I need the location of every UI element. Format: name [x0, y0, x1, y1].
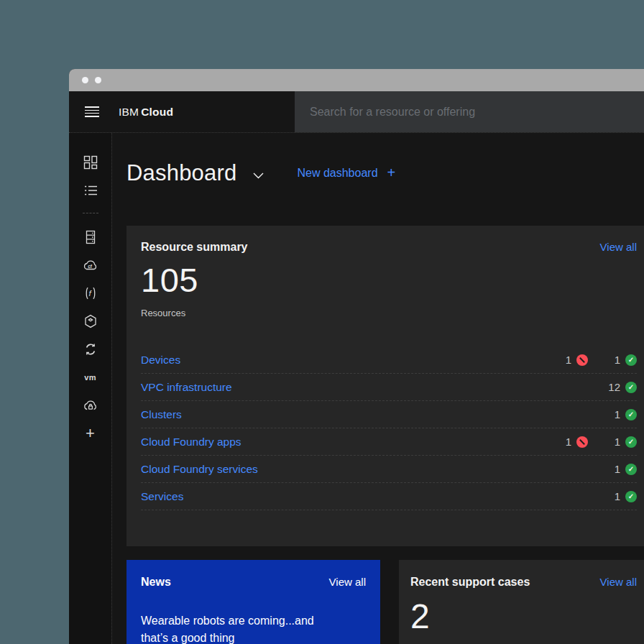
critical-status-icon — [576, 354, 588, 366]
ok-slot: 1 — [588, 408, 637, 420]
chevron-down-icon[interactable] — [253, 172, 264, 179]
recent-support-cases-card: Recent support cases View all 2 — [399, 560, 644, 644]
cloud-foundry-icon[interactable]: cf — [83, 257, 98, 272]
resource-counts: 1 — [539, 490, 637, 502]
news-view-all-link[interactable]: View all — [329, 576, 366, 588]
support-title: Recent support cases — [410, 576, 530, 589]
resource-counts: 1 — [539, 408, 637, 420]
svg-text:f: f — [88, 289, 92, 298]
svg-text:cf: cf — [88, 263, 93, 268]
support-header: Recent support cases View all — [410, 576, 637, 589]
critical-slot: 1 — [539, 436, 588, 448]
ok-count: 12 — [608, 381, 620, 393]
header-search — [295, 91, 644, 132]
header-left: IBMCloud — [69, 91, 295, 132]
resource-link[interactable]: Clusters — [141, 408, 182, 421]
servers-icon[interactable] — [83, 229, 98, 244]
resource-summary-card: Resource summary View all 105 Resources … — [126, 226, 644, 546]
window-control-dot[interactable] — [82, 77, 88, 83]
resource-total-count: 105 — [141, 263, 637, 297]
bottom-cards-row: News View all Wearable robots are coming… — [126, 560, 644, 644]
resource-row: Devices 1 1 — [141, 346, 637, 374]
ok-status-icon — [625, 409, 637, 420]
news-header: News View all — [141, 576, 366, 589]
resource-rows: Devices 1 1 VPC infrastructure 12 — [141, 346, 637, 510]
plus-icon: + — [387, 160, 396, 185]
ok-count: 1 — [615, 490, 620, 502]
resource-counts: 1 1 — [539, 354, 637, 366]
ok-count: 1 — [615, 436, 620, 448]
critical-count: 1 — [566, 436, 571, 448]
news-headline-link[interactable]: Wearable robots are coming...and that’s … — [141, 612, 329, 644]
support-view-all-link[interactable]: View all — [600, 576, 637, 588]
critical-count: 1 — [566, 354, 571, 366]
browser-window: IBMCloud — [69, 69, 644, 644]
resource-total-label: Resources — [141, 308, 637, 318]
ok-status-icon — [625, 464, 637, 475]
page-title-row: Dashboard New dashboard + — [126, 160, 644, 186]
add-icon[interactable]: + — [86, 426, 95, 441]
brand-name: Cloud — [141, 106, 173, 118]
ok-slot: 12 — [588, 381, 637, 393]
dashboard-grid-icon[interactable] — [83, 155, 98, 170]
resource-counts: 1 1 — [539, 436, 637, 448]
search-input[interactable] — [295, 106, 644, 119]
kubernetes-icon[interactable] — [83, 313, 98, 328]
resource-row: Cloud Foundry services 1 — [141, 456, 637, 483]
resource-row: Cloud Foundry apps 1 1 — [141, 428, 637, 456]
ok-slot: 1 — [588, 490, 637, 502]
resource-link[interactable]: Cloud Foundry services — [141, 463, 258, 476]
resource-link[interactable]: Devices — [141, 354, 180, 367]
news-card: News View all Wearable robots are coming… — [126, 560, 380, 644]
functions-icon[interactable]: f — [83, 285, 98, 300]
ok-slot: 1 — [588, 354, 637, 366]
ok-status-icon — [625, 382, 637, 393]
new-dashboard-label: New dashboard — [297, 160, 377, 186]
vmware-icon[interactable]: vm — [84, 369, 96, 385]
resource-link[interactable]: Cloud Foundry apps — [141, 436, 242, 448]
app-header: IBMCloud — [69, 91, 644, 133]
resource-summary-header: Resource summary View all — [141, 241, 637, 254]
resource-link[interactable]: Services — [141, 490, 183, 503]
support-case-count: 2 — [410, 599, 637, 634]
ok-status-icon — [625, 354, 637, 366]
critical-status-icon — [576, 436, 588, 448]
menu-icon[interactable] — [85, 106, 99, 116]
ok-status-icon — [625, 436, 637, 448]
resource-counts: 12 — [539, 381, 637, 393]
brand-prefix: IBM — [119, 106, 139, 118]
sidebar-divider — [83, 213, 98, 213]
resource-counts: 1 — [539, 463, 637, 475]
resource-row: VPC infrastructure 12 — [141, 374, 637, 401]
resource-summary-title: Resource summary — [141, 241, 248, 254]
resource-summary-view-all-link[interactable]: View all — [600, 241, 637, 253]
resource-link[interactable]: VPC infrastructure — [141, 381, 232, 394]
new-dashboard-button[interactable]: New dashboard + — [297, 160, 395, 186]
list-icon[interactable] — [83, 183, 98, 198]
ok-count: 1 — [615, 408, 620, 420]
ok-slot: 1 — [588, 436, 637, 448]
ok-slot: 1 — [588, 463, 637, 475]
page-title: Dashboard — [126, 160, 236, 186]
ok-count: 1 — [615, 463, 620, 475]
brand[interactable]: IBMCloud — [119, 106, 173, 119]
sync-icon[interactable] — [83, 341, 98, 356]
ok-count: 1 — [615, 354, 620, 366]
window-control-dot[interactable] — [95, 77, 101, 83]
sidebar: cf f — [69, 133, 112, 644]
resource-row: Services 1 — [141, 483, 637, 510]
ok-status-icon — [625, 491, 637, 502]
resource-row: Clusters 1 — [141, 401, 637, 428]
critical-slot: 1 — [539, 354, 588, 366]
main-content: Dashboard New dashboard + Resource summa… — [112, 133, 644, 644]
news-title: News — [141, 576, 171, 589]
browser-titlebar — [69, 69, 644, 91]
cloud-lock-icon[interactable] — [83, 397, 98, 413]
